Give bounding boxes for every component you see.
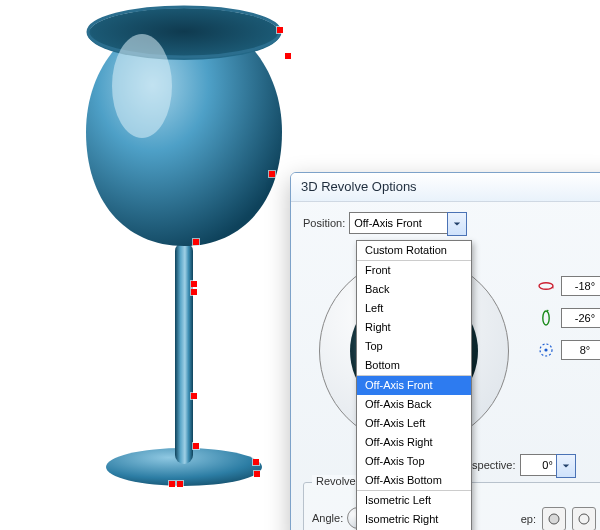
anchor-point[interactable] bbox=[254, 471, 260, 477]
position-combo[interactable]: Off-Axis Front bbox=[349, 212, 467, 234]
dropdown-item[interactable]: Bottom bbox=[357, 356, 471, 375]
dropdown-item[interactable]: Custom Rotation bbox=[357, 241, 471, 260]
svg-point-6 bbox=[543, 311, 549, 325]
chevron-down-icon[interactable] bbox=[447, 212, 467, 236]
artwork-wine-glass bbox=[46, 4, 326, 494]
svg-point-8 bbox=[544, 348, 547, 351]
svg-point-9 bbox=[549, 514, 559, 524]
angle-label: Angle: bbox=[312, 512, 343, 524]
position-row: Position: Off-Axis Front bbox=[303, 212, 600, 234]
rotation-y-row: -26° bbox=[537, 308, 600, 328]
dropdown-item[interactable]: Off-Axis Bottom bbox=[357, 471, 471, 490]
svg-point-5 bbox=[539, 283, 553, 289]
anchor-point[interactable] bbox=[177, 481, 183, 487]
dropdown-item[interactable]: Right bbox=[357, 318, 471, 337]
dropdown-item[interactable]: Isometric Left bbox=[357, 491, 471, 510]
position-label: Position: bbox=[303, 217, 345, 229]
anchor-point[interactable] bbox=[191, 281, 197, 287]
anchor-point[interactable] bbox=[193, 239, 199, 245]
dropdown-item[interactable]: Off-Axis Front bbox=[357, 376, 471, 395]
anchor-point[interactable] bbox=[277, 27, 283, 33]
svg-point-2 bbox=[88, 8, 280, 60]
anchor-point[interactable] bbox=[193, 443, 199, 449]
perspective-row: Perspective: 0° bbox=[455, 454, 576, 476]
rotate-x-icon bbox=[537, 277, 555, 295]
dropdown-item[interactable]: Isometric Right bbox=[357, 510, 471, 529]
rotation-z-row: 8° bbox=[537, 340, 600, 360]
dropdown-item[interactable]: Off-Axis Top bbox=[357, 452, 471, 471]
rotation-z-input[interactable]: 8° bbox=[561, 340, 600, 360]
anchor-point[interactable] bbox=[169, 481, 175, 487]
chevron-down-icon[interactable] bbox=[556, 454, 576, 478]
dropdown-item[interactable]: Off-Axis Left bbox=[357, 414, 471, 433]
dropdown-item[interactable]: Off-Axis Back bbox=[357, 395, 471, 414]
anchor-point[interactable] bbox=[191, 289, 197, 295]
dropdown-item[interactable]: Left bbox=[357, 299, 471, 318]
dropdown-item[interactable]: Front bbox=[357, 261, 471, 280]
dropdown-item[interactable]: Off-Axis Right bbox=[357, 433, 471, 452]
cap-label: ep: bbox=[521, 513, 536, 525]
cap-on-button[interactable] bbox=[542, 507, 566, 530]
svg-rect-1 bbox=[175, 242, 193, 464]
position-combo-value: Off-Axis Front bbox=[354, 217, 422, 229]
perspective-input[interactable]: 0° bbox=[520, 454, 576, 476]
rotation-x-input[interactable]: -18° bbox=[561, 276, 600, 296]
cap-off-button[interactable] bbox=[572, 507, 596, 530]
canvas: 3D Revolve Options Position: Off-Axis Fr… bbox=[0, 0, 600, 530]
rotation-x-row: -18° bbox=[537, 276, 600, 296]
svg-point-10 bbox=[579, 514, 589, 524]
svg-point-4 bbox=[112, 34, 172, 138]
anchor-point[interactable] bbox=[191, 393, 197, 399]
dropdown-item[interactable]: Top bbox=[357, 337, 471, 356]
cap-row: ep: bbox=[521, 507, 596, 530]
rotation-y-input[interactable]: -26° bbox=[561, 308, 600, 328]
anchor-point[interactable] bbox=[269, 171, 275, 177]
dropdown-item[interactable]: Back bbox=[357, 280, 471, 299]
position-dropdown-list[interactable]: Custom RotationFrontBackLeftRightTopBott… bbox=[356, 240, 472, 530]
rotate-y-icon bbox=[537, 309, 555, 327]
dialog-title: 3D Revolve Options bbox=[291, 173, 600, 202]
rotate-z-icon bbox=[537, 341, 555, 359]
revolve-legend: Revolve bbox=[312, 475, 360, 487]
dialog-3d-revolve-options: 3D Revolve Options Position: Off-Axis Fr… bbox=[290, 172, 600, 530]
anchor-point[interactable] bbox=[285, 53, 291, 59]
anchor-point[interactable] bbox=[253, 459, 259, 465]
